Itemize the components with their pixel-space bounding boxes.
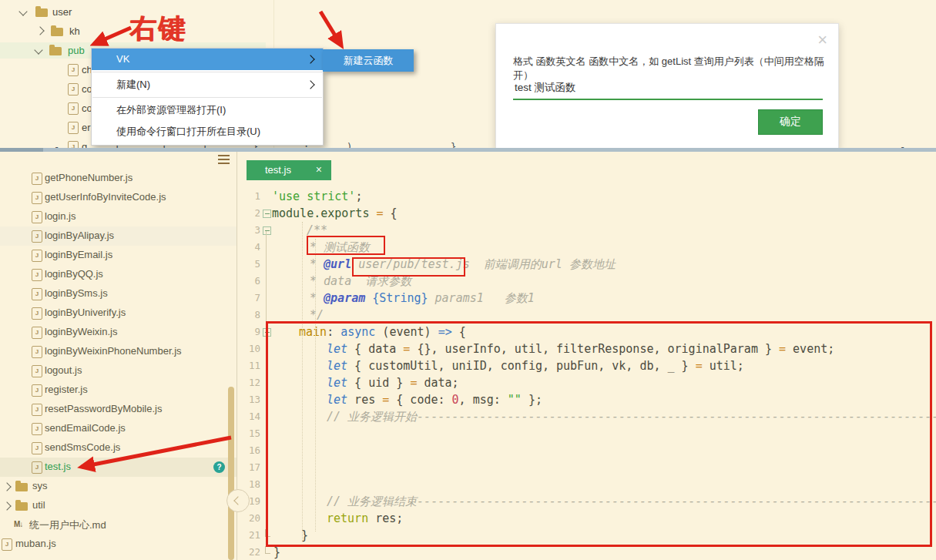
list-item-loginByUniverify.js[interactable]: JloginByUniverify.js [0, 303, 237, 323]
list-item-label: logout.js [45, 364, 82, 376]
line-number: 2 [237, 205, 260, 222]
fold-collapse-icon[interactable] [263, 210, 271, 218]
list-item-sendSmsCode.js[interactable]: JsendSmsCode.js [0, 438, 237, 458]
list-item-label: test.js [45, 461, 71, 472]
horizontal-scrollbar-thumb[interactable] [0, 148, 43, 152]
menu-separator [92, 97, 322, 98]
code-text: * @param {String} params1 参数1 [310, 290, 535, 307]
function-name-input[interactable]: test 测试函数 [515, 81, 576, 95]
context-submenu-item-new-cloud-function[interactable]: 新建云函数 [323, 49, 414, 72]
code-line-6[interactable]: 6* data 请求参数 [237, 273, 936, 290]
code-line-11[interactable]: 11let { customUtil, uniID, config, pubFu… [237, 357, 936, 374]
menu-item-4[interactable]: 在外部资源管理器打开(I) [92, 99, 323, 121]
editor-tab-testjs[interactable]: test.js × [247, 160, 331, 180]
horizontal-scrollbar[interactable] [0, 148, 936, 152]
js-file-icon: J [68, 64, 79, 76]
js-file-icon: J [32, 230, 42, 243]
code-line-22[interactable]: 22} [237, 544, 936, 560]
line-number: 3 [237, 222, 260, 239]
code-line-17[interactable]: 17 [237, 459, 936, 476]
tree-item-label: er [82, 122, 91, 133]
js-file-icon: J [32, 250, 42, 262]
help-badge[interactable]: ? [213, 461, 225, 473]
code-line-15[interactable]: 15 [237, 425, 936, 442]
code-line-4[interactable]: 4* 测试函数 [237, 239, 936, 256]
js-file-icon: J [32, 365, 42, 377]
list-item-sendEmailCode.js[interactable]: JsendEmailCode.js [0, 419, 237, 438]
fold-collapse-icon[interactable] [263, 328, 271, 337]
fold-collapse-icon[interactable] [263, 226, 271, 235]
list-item-loginByWeixin.js[interactable]: JloginByWeixin.js [0, 323, 237, 342]
code-line-12[interactable]: 12let { uid } = data; [237, 374, 936, 391]
code-line-5[interactable]: 5* @url user/pub/test.js 前端调用的url 参数地址 [237, 256, 936, 273]
chevron-down-icon[interactable] [18, 7, 27, 15]
code-line-10[interactable]: 10let { data = {}, userInfo, util, filte… [237, 340, 936, 357]
list-item-sys[interactable]: sys [0, 477, 237, 496]
list-item-muban.js[interactable]: Jmuban.js [0, 535, 237, 554]
chevron-right-icon[interactable] [2, 501, 11, 510]
code-line-3[interactable]: 3/** [237, 222, 936, 239]
list-item-test.js[interactable]: Jtest.js? [0, 458, 237, 477]
close-icon[interactable]: × [817, 30, 827, 50]
explorer-scrollbar-thumb[interactable] [228, 387, 234, 560]
folder-icon [35, 8, 48, 17]
menu-item-2[interactable]: 新建(N) [92, 74, 323, 96]
menu-item-label: VK [116, 53, 129, 65]
line-number: 16 [237, 442, 260, 459]
code-line-8[interactable]: 8*/ [237, 307, 936, 324]
list-item-loginByAlipay.js[interactable]: JloginByAlipay.js [0, 226, 237, 246]
list-item-getPhoneNumber.js[interactable]: JgetPhoneNumber.js [0, 169, 237, 188]
list-item-util[interactable]: util [0, 496, 237, 515]
list-item-resetPasswordByMobile.js[interactable]: JresetPasswordByMobile.js [0, 400, 237, 419]
list-item-loginByEmail.js[interactable]: JloginByEmail.js [0, 246, 237, 265]
tree-item-label: user [52, 6, 72, 18]
list-item-logout.js[interactable]: Jlogout.js [0, 361, 237, 381]
context-menu: VK新建(N)在外部资源管理器打开(I)使用命令行窗口打开所在目录(U) [91, 48, 324, 146]
code-line-7[interactable]: 7* @param {String} params1 参数1 [237, 290, 936, 307]
code-line-20[interactable]: 20return res; [237, 510, 936, 527]
list-item-统一用户中心.md[interactable]: M↓统一用户中心.md [0, 515, 237, 535]
code-text: */ [310, 307, 324, 324]
line-number: 6 [237, 273, 260, 290]
line-number: 22 [237, 544, 260, 560]
list-item-loginBySms.js[interactable]: JloginBySms.js [0, 284, 237, 303]
list-item-register.js[interactable]: Jregister.js [0, 381, 237, 400]
code-line-18[interactable]: 18 [237, 476, 936, 493]
code-line-1[interactable]: 1'use strict'; [237, 188, 936, 205]
list-item-loginByQQ.js[interactable]: JloginByQQ.js [0, 265, 237, 284]
code-line-9[interactable]: 9main: async (event) => { [237, 324, 936, 340]
list-item-label: resetPasswordByMobile.js [45, 403, 162, 414]
code-text: // 业务逻辑开始-------------------------------… [327, 408, 936, 425]
chevron-down-icon[interactable] [34, 45, 42, 54]
code-line-21[interactable]: 21} [237, 527, 936, 544]
chevron-left-icon [233, 496, 242, 505]
list-item-login.js[interactable]: Jlogin.js [0, 207, 237, 226]
list-item-loginByWeixinPhoneNumber.js[interactable]: JloginByWeixinPhoneNumber.js [0, 342, 237, 361]
code-line-2[interactable]: 2module.exports = { [237, 205, 936, 222]
text-remnant: , [840, 143, 845, 148]
code-line-14[interactable]: 14// 业务逻辑开始-----------------------------… [237, 408, 936, 425]
menu-item-5[interactable]: 使用命令行窗口打开所在目录(U) [92, 121, 323, 143]
folder-icon [49, 47, 62, 55]
panel-collapse-button[interactable] [226, 489, 250, 512]
js-file-icon: J [32, 461, 42, 474]
list-item-label: muban.js [15, 538, 56, 549]
code-line-13[interactable]: 13let res = { code: 0, msg: "" }; [237, 391, 936, 408]
menu-item-0[interactable]: VK [92, 49, 323, 70]
js-file-icon: J [32, 346, 42, 358]
list-item-getUserInfoByInviteCode.js[interactable]: JgetUserInfoByInviteCode.js [0, 188, 237, 207]
explorer-menu-icon[interactable] [218, 155, 230, 164]
list-item-label: loginByWeixinPhoneNumber.js [45, 345, 182, 357]
menu-item-label: 在外部资源管理器打开(I) [116, 104, 226, 116]
tab-close-icon[interactable]: × [316, 163, 322, 176]
js-file-icon: J [2, 538, 12, 551]
chevron-right-icon[interactable] [35, 26, 44, 35]
js-file-icon: J [68, 83, 79, 96]
chevron-right-icon[interactable] [2, 482, 11, 491]
code-text: * @url user/pub/test.js 前端调用的url 参数地址 [310, 256, 616, 273]
code-text: let { data = {}, userInfo, util, filterR… [327, 340, 834, 357]
confirm-button[interactable]: 确定 [758, 109, 823, 135]
code-line-19[interactable]: 19// 业务逻辑结束-----------------------------… [237, 493, 936, 510]
list-item-label: loginByUniverify.js [45, 307, 126, 318]
code-line-16[interactable]: 16 [237, 442, 936, 459]
